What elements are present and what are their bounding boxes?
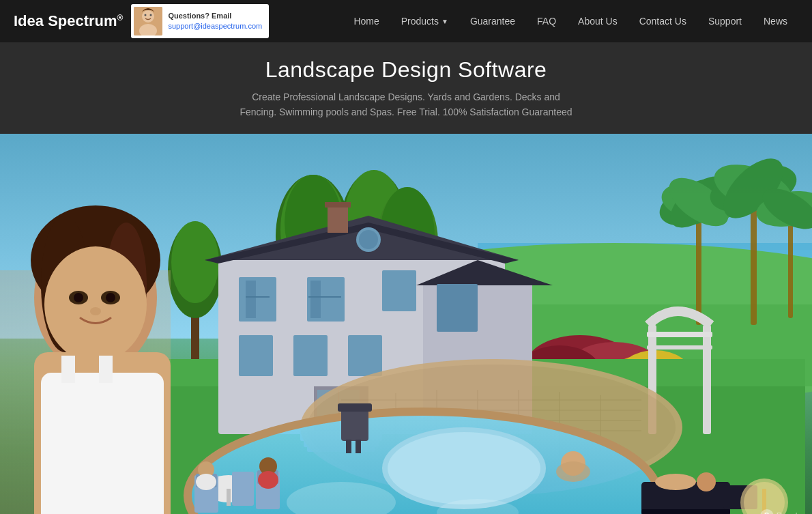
support-text: Questions? Email support@ideaspectrum.co… xyxy=(168,11,262,32)
svg-rect-103 xyxy=(227,489,231,506)
svg-point-3 xyxy=(145,14,147,16)
nav-item-about[interactable]: About Us xyxy=(567,0,628,42)
hero-title: Landscape Design Software xyxy=(14,57,798,83)
svg-rect-70 xyxy=(647,332,712,337)
svg-point-4 xyxy=(150,14,152,16)
logo-area: Idea Spectrum® Questions? Email support@… xyxy=(14,4,269,38)
svg-rect-94 xyxy=(641,509,730,514)
nav-item-contact[interactable]: Contact Us xyxy=(628,0,697,42)
svg-rect-71 xyxy=(647,345,712,349)
svg-point-131 xyxy=(44,246,147,362)
svg-point-34 xyxy=(171,221,219,303)
svg-point-95 xyxy=(655,474,696,490)
svg-rect-48 xyxy=(246,281,256,318)
svg-rect-49 xyxy=(246,296,270,298)
support-banner[interactable]: Questions? Email support@ideaspectrum.co… xyxy=(131,4,269,38)
nav-item-home[interactable]: Home xyxy=(343,0,390,42)
svg-point-134 xyxy=(74,293,83,302)
svg-rect-69 xyxy=(703,325,711,434)
svg-rect-139 xyxy=(61,356,75,383)
watermark-icon: R xyxy=(760,509,774,514)
svg-rect-58 xyxy=(293,335,328,376)
products-dropdown-arrow: ▼ xyxy=(441,18,448,25)
svg-rect-47 xyxy=(239,277,276,322)
svg-point-135 xyxy=(106,293,115,302)
nav-item-support[interactable]: Support xyxy=(697,0,753,42)
svg-point-111 xyxy=(258,471,278,489)
hero-subtitle: Create Professional Landscape Designs. Y… xyxy=(201,89,611,120)
nav-item-guarantee[interactable]: Guarantee xyxy=(459,0,526,42)
svg-rect-116 xyxy=(356,440,361,453)
svg-rect-66 xyxy=(328,205,348,233)
hero-image: R Revuln xyxy=(0,134,812,514)
svg-rect-59 xyxy=(348,335,382,376)
svg-point-118 xyxy=(556,461,590,482)
svg-rect-54 xyxy=(437,284,478,332)
svg-rect-52 xyxy=(308,296,341,298)
svg-rect-140 xyxy=(99,356,113,383)
hero-banner: Landscape Design Software Create Profess… xyxy=(0,42,812,134)
svg-rect-115 xyxy=(346,440,351,453)
nav-item-faq[interactable]: FAQ xyxy=(526,0,567,42)
svg-point-96 xyxy=(697,472,716,491)
svg-rect-114 xyxy=(338,403,372,412)
svg-rect-138 xyxy=(41,373,164,514)
svg-rect-112 xyxy=(232,472,254,506)
svg-point-1 xyxy=(142,10,154,23)
svg-rect-53 xyxy=(382,270,416,311)
nav-item-products[interactable]: Products ▼ xyxy=(390,0,459,42)
svg-point-136 xyxy=(90,307,101,315)
svg-point-87 xyxy=(388,432,540,504)
svg-point-107 xyxy=(196,474,216,490)
site-header: Idea Spectrum® Questions? Email support@… xyxy=(0,0,812,42)
svg-rect-57 xyxy=(239,335,273,376)
nav-item-news[interactable]: News xyxy=(753,0,798,42)
svg-rect-51 xyxy=(310,281,321,318)
watermark: R Revuln xyxy=(760,509,802,514)
svg-rect-67 xyxy=(325,202,351,208)
main-nav: Home Products ▼ Guarantee FAQ About Us C… xyxy=(343,0,798,42)
svg-point-56 xyxy=(359,230,378,249)
logo-text[interactable]: Idea Spectrum® xyxy=(14,12,123,30)
svg-rect-113 xyxy=(341,407,368,441)
support-avatar xyxy=(134,7,162,35)
